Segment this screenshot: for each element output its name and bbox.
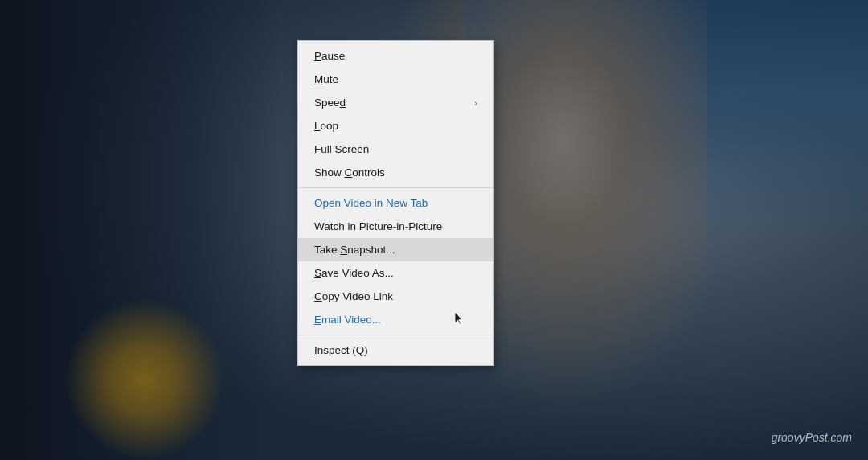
menu-separator-separator1 [298,187,493,188]
menu-item-mute[interactable]: Mute [298,68,493,91]
underline-char: S [314,267,321,279]
context-menu: PauseMuteSpeed›LoopFull ScreenShow Contr… [297,40,494,366]
underline-char: L [314,120,321,132]
underline-char: E [314,314,321,326]
menu-item-label-save-video: Save Video As... [314,267,394,279]
submenu-arrow-icon: › [474,98,477,108]
menu-item-take-snapshot[interactable]: Take Snapshot... [298,238,493,261]
underline-char: C [314,290,322,302]
menu-item-picture-in-pic[interactable]: Watch in Picture-in-Picture [298,215,493,238]
menu-item-copy-link[interactable]: Copy Video Link [298,285,493,308]
menu-item-label-email-video: Email Video... [314,314,381,326]
menu-item-label-show-controls: Show Controls [314,166,385,179]
menu-item-loop[interactable]: Loop [298,114,493,138]
underline-char: C [345,166,353,179]
menu-item-label-picture-in-pic: Watch in Picture-in-Picture [314,220,442,232]
underline-char: d [340,97,346,109]
menu-item-pause[interactable]: Pause [298,44,493,68]
menu-item-inspect[interactable]: Inspect (Q) [298,339,493,362]
underline-char: P [314,50,321,62]
menu-item-email-video[interactable]: Email Video... [298,308,493,331]
watermark: groovyPost.com [772,431,852,444]
menu-item-speed[interactable]: Speed› [298,91,493,114]
menu-item-open-new-tab[interactable]: Open Video in New Tab [298,191,493,215]
menu-item-label-loop: Loop [314,120,338,132]
underline-char: I [314,344,317,356]
underline-char: M [314,73,323,85]
menu-item-label-take-snapshot: Take Snapshot... [314,244,395,256]
underline-char: F [314,143,321,155]
menu-item-label-fullscreen: Full Screen [314,143,369,155]
menu-item-label-mute: Mute [314,73,338,85]
menu-item-label-inspect: Inspect (Q) [314,344,368,356]
menu-item-label-open-new-tab: Open Video in New Tab [314,197,428,209]
underline-char: S [340,244,347,256]
menu-item-label-speed: Speed [314,97,346,109]
menu-item-show-controls[interactable]: Show Controls [298,161,493,184]
menu-item-label-copy-link: Copy Video Link [314,290,393,302]
menu-separator-separator2 [298,335,493,335]
menu-item-label-pause: Pause [314,50,345,62]
menu-item-fullscreen[interactable]: Full Screen [298,138,493,161]
menu-item-save-video[interactable]: Save Video As... [298,261,493,285]
